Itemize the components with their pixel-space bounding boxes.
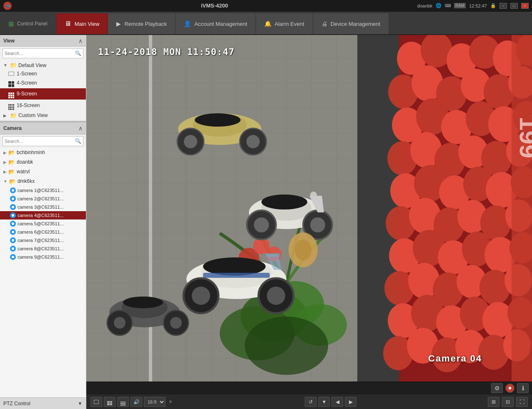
camera-group-doanbk[interactable]: ▶ 📂 doanbk — [0, 157, 86, 167]
aspect-ratio-select[interactable]: 16:9 4:3 1:1 — [144, 397, 166, 407]
view-search-input[interactable] — [5, 51, 75, 56]
tab-label: Remote Playback — [124, 21, 167, 27]
toolbar-refresh-btn[interactable]: ↺ — [305, 397, 316, 407]
tab-label: Main View — [75, 21, 100, 27]
tab-device-management[interactable]: 🖨 Device Management — [313, 13, 389, 34]
tree-1screen[interactable]: 1-Screen — [0, 70, 86, 78]
group-label: watrvl — [17, 169, 30, 175]
ram-icon: RAM — [454, 3, 466, 8]
camera-item-4[interactable]: camera 4@C623511... — [0, 211, 86, 219]
camera-item-6[interactable]: camera 6@C623511... — [0, 228, 86, 236]
camera-status-dot — [10, 204, 16, 210]
grid-layout-icon: ⊞ — [492, 399, 496, 405]
tab-remote-playback[interactable]: ▶ Remote Playback — [108, 13, 176, 34]
maximize-button[interactable]: □ — [510, 3, 518, 9]
expand-icon: ▶ — [3, 113, 8, 118]
minimize-button[interactable]: − — [499, 3, 507, 9]
9screen-icon — [8, 90, 14, 98]
ptz-expand-icon[interactable]: ▼ — [78, 401, 83, 407]
view-panel: View ∧ 🔍 ▼ 📁 Default View — [0, 35, 86, 121]
tab-label: Device Management — [331, 21, 380, 27]
view-search-bar[interactable]: 🔍 — [3, 48, 83, 58]
toolbar-9screen-btn[interactable] — [117, 397, 129, 407]
group-label: bchbinhminh — [17, 150, 45, 155]
svg-point-133 — [295, 239, 311, 260]
camera-item-2[interactable]: camera 2@C623511... — [0, 195, 86, 203]
camera-group-dmk6kx[interactable]: ▼ 📂 dmk6kx — [0, 177, 86, 186]
toolbar-volume-btn[interactable]: 🔊 — [130, 397, 142, 407]
group-expand-icon: ▶ — [3, 150, 7, 155]
camera-item-8[interactable]: camera 8@C623511... — [0, 244, 86, 253]
fullscreen-icon: ⛶ — [519, 399, 524, 405]
camera-group-watrvl[interactable]: ▶ 📂 watrvl — [0, 167, 86, 177]
tree-custom-view[interactable]: ▶ 📁 Custom View — [0, 111, 86, 120]
close-icon: × — [527, 36, 530, 43]
titlebar: 📹 iVMS-4200 doanbk 🌐 ⌨ RAM 12:52:47 🔒 − … — [0, 0, 532, 12]
folder-icon: 📁 — [10, 112, 17, 119]
app-icon: 📹 — [3, 2, 12, 10]
camera-status-dot — [10, 187, 16, 193]
camera-item-1[interactable]: camera 1@C623511... — [0, 186, 86, 195]
camera-search-bar[interactable]: 🔍 — [3, 136, 83, 146]
tab-label: Alarm Event — [275, 21, 304, 27]
toolbar-4screen-btn[interactable] — [104, 397, 115, 407]
tab-account-management[interactable]: 👤 Account Management — [176, 13, 256, 34]
group-expand-icon: ▶ — [3, 160, 7, 165]
toolbar-refresh-dropdown-btn[interactable]: ▼ — [318, 397, 330, 407]
camera-item-5[interactable]: camera 5@C623511... — [0, 219, 86, 228]
svg-point-93 — [245, 317, 328, 375]
svg-point-122 — [170, 317, 182, 329]
toolbar-layout2-btn[interactable]: ⊟ — [502, 397, 514, 407]
device-icon: 🖨 — [321, 20, 327, 27]
group-folder-icon: 📂 — [9, 178, 16, 185]
toolbar-prev-btn[interactable]: ◀ — [331, 397, 343, 407]
view-panel-header: View ∧ — [0, 35, 86, 47]
9screen-icon — [120, 398, 125, 405]
view-panel-collapse[interactable]: ∧ — [78, 37, 83, 44]
toolbar-fullscreen-btn[interactable]: ⛶ — [516, 397, 528, 407]
video-record-btn[interactable]: ⏺ — [505, 384, 514, 393]
close-button[interactable]: × — [521, 3, 529, 9]
svg-point-103 — [254, 217, 269, 232]
layout2-icon: ⊟ — [506, 399, 510, 405]
16screen-label: 16-Screen — [17, 102, 40, 108]
camera-status-dot — [10, 221, 16, 227]
4screen-label: 4-Screen — [17, 80, 37, 86]
group-expand-icon: ▶ — [3, 170, 7, 174]
tree-4screen[interactable]: 4-Screen — [0, 78, 86, 88]
video-close-button[interactable]: × — [527, 36, 530, 43]
camera-label: camera 5@C623511... — [18, 221, 64, 226]
camera-status-dot — [10, 254, 16, 260]
camera-feed: 199 — [86, 35, 532, 382]
tab-control-panel[interactable]: ⊞ Control Panel — [0, 13, 56, 34]
camera-search-input[interactable] — [5, 139, 75, 144]
tree-16screen[interactable]: 16-Screen — [0, 100, 86, 111]
toolbar-center: ↺ ▼ ◀ ▶ — [305, 397, 356, 407]
camera-panel-collapse[interactable]: ∧ — [78, 125, 83, 132]
tree-default-view[interactable]: ▼ 📁 Default View — [0, 61, 86, 70]
group-folder-icon: 📂 — [8, 159, 15, 165]
dropdown-icon: ▼ — [321, 399, 326, 405]
camera-group-bchbinhminh[interactable]: ▶ 📂 bchbinhminh — [0, 148, 86, 157]
toolbar-grid-layout-btn[interactable]: ⊞ — [488, 397, 499, 407]
4screen-icon — [107, 398, 112, 405]
tab-main-view[interactable]: 🖥 Main View — [56, 13, 108, 34]
9screen-label: 9-Screen — [17, 91, 37, 97]
camera-label: camera 9@C623511... — [18, 254, 64, 259]
group-folder-icon: 📂 — [8, 150, 15, 156]
tree-9screen[interactable]: 9-Screen — [0, 88, 86, 100]
camera-item-9[interactable]: camera 9@C623511... — [0, 253, 86, 261]
camera-label: camera 6@C623511... — [18, 229, 64, 234]
camera-status-dot — [10, 237, 16, 243]
ptz-label: PTZ Control — [3, 401, 30, 407]
toolbar-next-btn[interactable]: ▶ — [345, 397, 356, 407]
camera-item-7[interactable]: camera 7@C623511... — [0, 236, 86, 244]
video-info-btn[interactable]: ℹ — [517, 383, 529, 393]
video-settings-btn[interactable]: ⚙ — [491, 383, 503, 393]
alarm-icon: 🔔 — [264, 20, 271, 27]
camera-item-3[interactable]: camera 3@C623511... — [0, 203, 86, 211]
toolbar-1screen-btn[interactable] — [90, 397, 102, 407]
view-tree: ▼ 📁 Default View 1-Screen — [0, 60, 86, 121]
svg-rect-115 — [245, 111, 256, 114]
tab-alarm-event[interactable]: 🔔 Alarm Event — [256, 13, 313, 34]
